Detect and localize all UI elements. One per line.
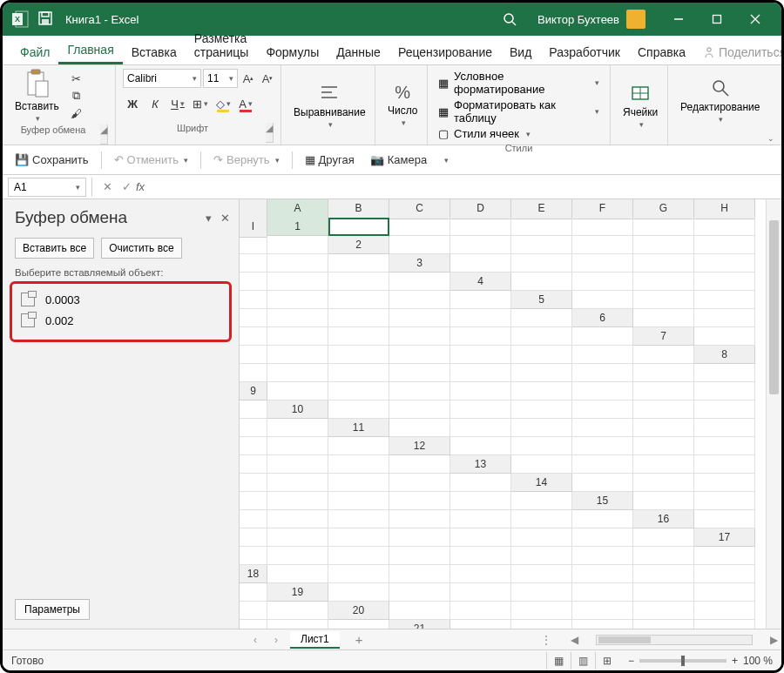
confirm-formula-icon[interactable]: ✓ <box>117 180 136 193</box>
cell[interactable] <box>694 583 755 602</box>
close-button[interactable] <box>736 3 774 36</box>
cell[interactable] <box>572 400 633 419</box>
border-button[interactable]: ⊞▾ <box>191 95 210 112</box>
cell[interactable] <box>328 565 389 583</box>
view-page-break-icon[interactable]: ⊞ <box>595 652 619 670</box>
cell[interactable] <box>389 273 450 291</box>
cell[interactable] <box>572 437 633 455</box>
cell[interactable] <box>267 291 328 309</box>
cell[interactable] <box>572 218 633 236</box>
cell[interactable] <box>511 364 572 382</box>
cell[interactable] <box>450 327 511 346</box>
row-header[interactable]: 18 <box>240 565 267 583</box>
paste-all-button[interactable]: Вставить все <box>15 238 94 259</box>
underline-button[interactable]: Ч ▾ <box>168 95 187 112</box>
zoom-level[interactable]: 100 % <box>743 655 773 667</box>
cell[interactable] <box>694 510 755 528</box>
paste-button[interactable]: Вставить ▾ <box>10 69 64 123</box>
decrease-font-icon[interactable]: A▾ <box>259 71 276 86</box>
tab-insert[interactable]: Вставка <box>123 40 186 64</box>
row-header[interactable]: 8 <box>694 346 755 364</box>
cell[interactable] <box>328 437 389 455</box>
font-size-select[interactable]: 11▾ <box>203 69 238 88</box>
add-sheet-button[interactable]: + <box>347 632 372 647</box>
cell[interactable] <box>572 565 633 583</box>
cell[interactable] <box>450 400 511 419</box>
cell[interactable] <box>450 620 511 629</box>
cell[interactable] <box>633 309 694 327</box>
cell[interactable] <box>328 547 389 565</box>
cell[interactable] <box>240 547 267 565</box>
cell[interactable] <box>389 510 450 528</box>
row-header[interactable]: 6 <box>572 309 633 327</box>
cell[interactable] <box>511 455 572 474</box>
cell[interactable] <box>450 291 511 309</box>
sheet-tab-active[interactable]: Лист1 <box>290 631 340 649</box>
cell[interactable] <box>572 510 633 528</box>
sheet-options-icon[interactable]: ⋮ <box>532 634 560 646</box>
clear-all-button[interactable]: Очистить все <box>101 238 181 259</box>
cell[interactable] <box>633 218 694 236</box>
user-account[interactable]: Виктор Бухтеев <box>537 10 645 29</box>
cell[interactable] <box>450 583 511 602</box>
cell[interactable] <box>450 346 511 364</box>
tab-help[interactable]: Справка <box>629 40 694 64</box>
column-header[interactable]: E <box>511 199 572 219</box>
horizontal-scrollbar[interactable] <box>596 635 753 645</box>
cell[interactable] <box>694 602 755 620</box>
cell[interactable] <box>240 583 267 602</box>
cell[interactable] <box>511 273 572 291</box>
cell[interactable] <box>633 291 694 309</box>
cell[interactable] <box>389 528 450 547</box>
cell[interactable] <box>240 602 267 620</box>
row-header[interactable]: 12 <box>389 437 450 455</box>
cell[interactable] <box>450 236 511 254</box>
cell[interactable] <box>694 273 755 291</box>
cell[interactable] <box>267 474 328 492</box>
cell[interactable] <box>511 218 572 236</box>
cell[interactable] <box>328 492 389 510</box>
cell[interactable] <box>511 327 572 346</box>
cell[interactable] <box>267 547 328 565</box>
cell[interactable] <box>450 510 511 528</box>
qat-save-button[interactable]: 💾Сохранить <box>11 153 92 166</box>
cut-icon[interactable]: ✂ <box>68 71 85 86</box>
cell[interactable] <box>389 364 450 382</box>
cell[interactable] <box>633 583 694 602</box>
cell[interactable] <box>511 400 572 419</box>
collapse-ribbon-icon[interactable]: ⌄ <box>767 134 774 143</box>
cell[interactable] <box>328 528 389 547</box>
editing-button[interactable]: Редактирование▾ <box>675 77 765 124</box>
qat-camera-button[interactable]: 📷 Камера <box>367 153 430 166</box>
cell[interactable] <box>240 327 267 346</box>
cell[interactable] <box>511 528 572 547</box>
cell[interactable] <box>572 547 633 565</box>
cell[interactable] <box>694 565 755 583</box>
cell[interactable] <box>450 419 511 437</box>
cell[interactable] <box>450 254 511 273</box>
cell[interactable] <box>511 254 572 273</box>
cell[interactable] <box>511 583 572 602</box>
cell[interactable] <box>694 547 755 565</box>
column-header[interactable]: C <box>389 199 450 219</box>
font-name-select[interactable]: Calibri▾ <box>123 69 201 88</box>
zoom-out-button[interactable]: − <box>628 655 634 667</box>
cell[interactable] <box>240 455 267 474</box>
cell[interactable] <box>633 492 694 510</box>
tab-home[interactable]: Главная <box>58 37 122 64</box>
cell[interactable] <box>694 382 755 400</box>
cell[interactable] <box>694 474 755 492</box>
row-header[interactable]: 17 <box>694 528 755 547</box>
cell[interactable] <box>389 583 450 602</box>
cell[interactable] <box>450 565 511 583</box>
cell[interactable] <box>240 291 267 309</box>
cell[interactable] <box>240 254 267 273</box>
cell[interactable] <box>240 492 267 510</box>
search-icon[interactable] <box>503 12 517 26</box>
cell[interactable] <box>328 364 389 382</box>
conditional-formatting-button[interactable]: ▦Условное форматирование▾ <box>435 69 603 97</box>
cell[interactable] <box>511 602 572 620</box>
cell[interactable] <box>450 602 511 620</box>
cell[interactable] <box>240 528 267 547</box>
cell[interactable] <box>267 528 328 547</box>
